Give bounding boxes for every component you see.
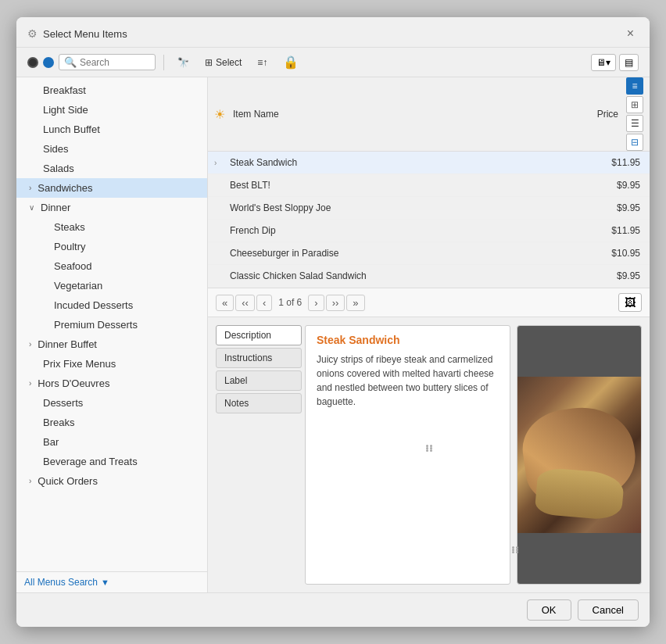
table-section: ☀ Item Name Price ≡ ⊞ ☰ ⊟ ›Steak Sandwic…	[208, 77, 650, 317]
sidebar-item-desserts[interactable]: Desserts	[16, 393, 207, 413]
table-header: ☀ Item Name Price ≡ ⊞ ☰ ⊟	[208, 77, 650, 152]
sidebar-item-label: Light Side	[43, 104, 88, 116]
page-right: 🖼	[618, 293, 642, 312]
sidebar-item-salads[interactable]: Salads	[16, 159, 207, 178]
table-row[interactable]: World's Best Sloppy Joe$9.95	[208, 197, 650, 220]
sidebar-item-label: Hors D'Oeuvres	[38, 377, 109, 389]
grid-icon: ⊞	[205, 57, 213, 68]
sidebar-item-sides[interactable]: Sides	[16, 139, 207, 159]
expand-icon: ›	[29, 477, 31, 485]
radio-on[interactable]	[43, 57, 54, 68]
table-row[interactable]: French Dip$11.95	[208, 220, 650, 242]
sidebar-item-hors-doeuvres[interactable]: ›Hors D'Oeuvres	[16, 374, 207, 393]
next-group-btn[interactable]: ››	[326, 295, 346, 311]
sidebar-item-quick-orders[interactable]: ›Quick Orders	[16, 471, 207, 491]
sidebar-item-beverage-treats[interactable]: Beverage and Treats	[16, 452, 207, 471]
detail-tab-label[interactable]: Label	[216, 370, 302, 391]
sidebar-footer[interactable]: All Menus Search ▼	[16, 571, 207, 592]
row-expand-icon: ›	[214, 159, 227, 167]
sidebar-item-label: Desserts	[43, 397, 83, 409]
content-area: BreakfastLight SideLunch BuffetSidesSala…	[16, 77, 650, 592]
sidebar-item-lunch-buffet[interactable]: Lunch Buffet	[16, 120, 207, 139]
dialog-footer: OK Cancel	[16, 592, 650, 627]
gear-icon: ⚙	[27, 27, 38, 40]
lock-button[interactable]: 🔒	[278, 52, 304, 73]
page-info: 1 of 6	[274, 297, 306, 308]
table-row[interactable]: Best BLT!$9.95	[208, 174, 650, 197]
row-item-price: $11.95	[581, 220, 643, 242]
layout-icon: ▤	[625, 57, 633, 68]
row-item-name: Cheeseburger in Paradise	[227, 242, 581, 264]
sidebar-item-dinner-buffet[interactable]: ›Dinner Buffet	[16, 335, 207, 354]
sidebar-item-label: Prix Fixe Menus	[43, 358, 116, 370]
grid-view-button[interactable]: ⊞ Select	[199, 54, 247, 71]
photo-view-btn[interactable]: 🖼	[618, 293, 642, 312]
sidebar-item-breaks[interactable]: Breaks	[16, 413, 207, 432]
sidebar-item-label: Sides	[43, 143, 69, 155]
prev-btn[interactable]: ‹	[256, 295, 272, 311]
sidebar-item-label: Bar	[43, 436, 59, 448]
detail-tab-description[interactable]: Description	[216, 325, 302, 345]
sidebar-item-label: Quick Orders	[38, 475, 98, 487]
pagination: « ‹‹ ‹ 1 of 6 › ›› » 🖼	[208, 288, 650, 317]
sidebar-item-breakfast[interactable]: Breakfast	[16, 80, 207, 100]
titlebar-left: ⚙ Select Menu Items	[27, 27, 127, 40]
drag-handle-right[interactable]	[512, 546, 518, 553]
titlebar: ⚙ Select Menu Items ×	[16, 17, 650, 48]
first-page-btn[interactable]: «	[216, 295, 234, 311]
expand-icon: ›	[29, 184, 31, 192]
table-row[interactable]: Cheeseburger in Paradise$10.95	[208, 242, 650, 265]
sidebar-item-premium-desserts[interactable]: Premium Desserts	[16, 315, 207, 335]
detail-tab-instructions[interactable]: Instructions	[216, 348, 302, 368]
sidebar-item-seafood[interactable]: Seafood	[16, 256, 207, 276]
chevron-down-icon: ▼	[101, 578, 109, 587]
cancel-button[interactable]: Cancel	[578, 599, 639, 621]
row-item-price: $9.95	[581, 174, 643, 196]
sidebar-item-label: Breaks	[43, 417, 74, 428]
search-box[interactable]: 🔍	[59, 54, 156, 70]
close-button[interactable]: ×	[622, 25, 639, 42]
table-row[interactable]: Classic Chicken Salad Sandwich$9.95	[208, 265, 650, 288]
search-icon: 🔍	[64, 56, 77, 68]
binoculars-icon: 🔭	[177, 57, 189, 68]
row-item-name: World's Best Sloppy Joe	[227, 197, 581, 219]
next-btn[interactable]: ›	[308, 295, 324, 311]
sidebar-item-prix-fixe[interactable]: Prix Fixe Menus	[16, 354, 207, 374]
radio-off[interactable]	[27, 57, 38, 68]
toolbar-right: 🖥▾ ▤	[591, 54, 639, 71]
sidebar-item-sandwiches[interactable]: ›Sandwiches	[16, 178, 207, 198]
search-input[interactable]	[80, 57, 150, 68]
view-list-btn[interactable]: ≡	[626, 77, 643, 95]
layout-button[interactable]: ▤	[619, 54, 639, 71]
sidebar-item-dinner[interactable]: ∨Dinner	[16, 198, 207, 217]
toolbar: 🔍 🔭 ⊞ Select ≡↑ 🔒 🖥▾ ▤	[16, 48, 650, 77]
sidebar-item-light-side[interactable]: Light Side	[16, 100, 207, 120]
view-toggle-button[interactable]: 🖥▾	[591, 54, 616, 71]
page-buttons: « ‹‹ ‹ 1 of 6 › ›› »	[216, 295, 365, 311]
expand-icon: ›	[29, 340, 31, 349]
sidebar-item-steaks[interactable]: Steaks	[16, 217, 207, 237]
binoculars-button[interactable]: 🔭	[172, 54, 195, 71]
view-grid-btn[interactable]: ⊞	[626, 96, 643, 113]
last-page-btn[interactable]: »	[346, 295, 364, 311]
row-item-price: $10.95	[581, 242, 643, 264]
view-detail-btn[interactable]: ☰	[626, 115, 643, 132]
ok-button[interactable]: OK	[527, 599, 571, 621]
sidebar-item-vegetarian[interactable]: Vegetarian	[16, 276, 207, 295]
sidebar-item-label: Beverage and Treats	[43, 456, 138, 467]
sidebar-item-included-desserts[interactable]: Incuded Desserts	[16, 295, 207, 315]
sidebar-item-label: Poultry	[54, 241, 85, 252]
sidebar-item-label: Premium Desserts	[54, 319, 138, 331]
sidebar-item-label: Vegetarian	[54, 280, 102, 292]
prev-group-btn[interactable]: ‹‹	[235, 295, 255, 311]
row-item-price: $9.95	[581, 265, 643, 287]
sidebar-item-poultry[interactable]: Poultry	[16, 237, 207, 256]
sidebar-item-label: Salads	[43, 163, 74, 174]
view-card-btn[interactable]: ⊟	[626, 134, 643, 151]
drag-handle-top[interactable]	[426, 445, 432, 452]
expand-icon: ›	[29, 379, 31, 388]
table-row[interactable]: ›Steak Sandwich$11.95	[208, 152, 650, 174]
detail-tab-notes[interactable]: Notes	[216, 393, 302, 413]
sidebar-item-bar[interactable]: Bar	[16, 432, 207, 452]
filter-button[interactable]: ≡↑	[252, 54, 273, 71]
